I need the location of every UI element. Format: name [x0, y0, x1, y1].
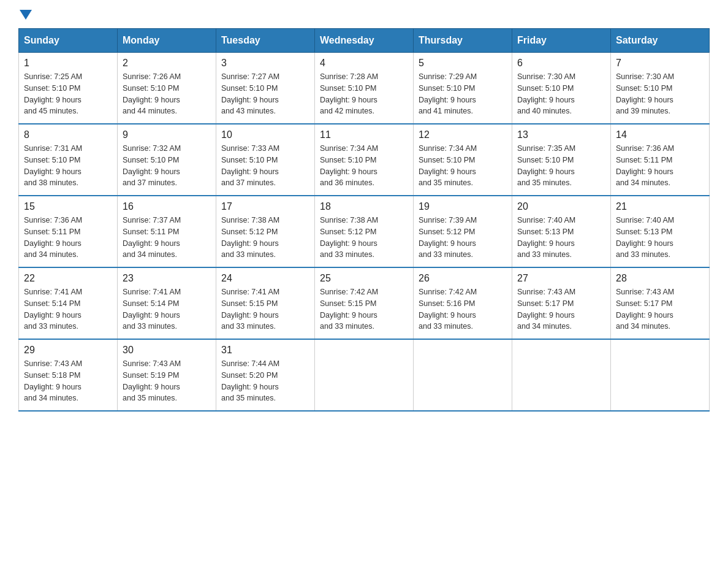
day-info: Sunrise: 7:43 AMSunset: 5:17 PMDaylight:…: [517, 286, 605, 332]
day-number: 3: [221, 58, 309, 69]
day-info: Sunrise: 7:27 AMSunset: 5:10 PMDaylight:…: [221, 71, 309, 117]
day-info: Sunrise: 7:41 AMSunset: 5:14 PMDaylight:…: [24, 286, 112, 332]
calendar-day-cell: 6Sunrise: 7:30 AMSunset: 5:10 PMDaylight…: [512, 53, 611, 124]
day-info: Sunrise: 7:38 AMSunset: 5:12 PMDaylight:…: [221, 215, 309, 261]
day-number: 4: [320, 58, 408, 69]
calendar-day-cell: 21Sunrise: 7:40 AMSunset: 5:13 PMDayligh…: [611, 196, 710, 267]
day-number: 15: [24, 201, 112, 212]
logo-arrow-icon: [20, 10, 32, 20]
calendar-day-cell: 19Sunrise: 7:39 AMSunset: 5:12 PMDayligh…: [414, 196, 512, 267]
calendar-day-cell: 18Sunrise: 7:38 AMSunset: 5:12 PMDayligh…: [315, 196, 414, 267]
day-number: 18: [320, 201, 408, 212]
day-number: 5: [419, 58, 507, 69]
day-number: 17: [221, 201, 309, 212]
calendar-day-cell: [414, 339, 512, 411]
day-info: Sunrise: 7:31 AMSunset: 5:10 PMDaylight:…: [24, 143, 112, 189]
calendar-day-cell: 7Sunrise: 7:30 AMSunset: 5:10 PMDaylight…: [611, 53, 710, 124]
day-number: 28: [616, 273, 704, 284]
day-info: Sunrise: 7:35 AMSunset: 5:10 PMDaylight:…: [517, 143, 605, 189]
header-monday: Monday: [118, 29, 216, 53]
calendar-day-cell: 3Sunrise: 7:27 AMSunset: 5:10 PMDaylight…: [216, 53, 315, 124]
day-info: Sunrise: 7:26 AMSunset: 5:10 PMDaylight:…: [123, 71, 211, 117]
day-info: Sunrise: 7:32 AMSunset: 5:10 PMDaylight:…: [123, 143, 211, 189]
day-info: Sunrise: 7:44 AMSunset: 5:20 PMDaylight:…: [221, 358, 309, 404]
day-number: 29: [24, 345, 112, 356]
day-info: Sunrise: 7:40 AMSunset: 5:13 PMDaylight:…: [616, 215, 704, 261]
calendar-day-cell: 14Sunrise: 7:36 AMSunset: 5:11 PMDayligh…: [611, 124, 710, 196]
calendar-day-cell: 27Sunrise: 7:43 AMSunset: 5:17 PMDayligh…: [512, 267, 611, 339]
day-info: Sunrise: 7:42 AMSunset: 5:16 PMDaylight:…: [419, 286, 507, 332]
calendar-day-cell: 22Sunrise: 7:41 AMSunset: 5:14 PMDayligh…: [19, 267, 118, 339]
day-number: 22: [24, 273, 112, 284]
day-info: Sunrise: 7:38 AMSunset: 5:12 PMDaylight:…: [320, 215, 408, 261]
calendar-day-cell: 29Sunrise: 7:43 AMSunset: 5:18 PMDayligh…: [19, 339, 118, 411]
calendar-day-cell: [512, 339, 611, 411]
header-wednesday: Wednesday: [315, 29, 414, 53]
day-info: Sunrise: 7:43 AMSunset: 5:17 PMDaylight:…: [616, 286, 704, 332]
calendar-day-cell: 16Sunrise: 7:37 AMSunset: 5:11 PMDayligh…: [118, 196, 216, 267]
day-number: 26: [419, 273, 507, 284]
day-number: 2: [123, 58, 211, 69]
day-number: 6: [517, 58, 605, 69]
calendar-day-cell: 9Sunrise: 7:32 AMSunset: 5:10 PMDaylight…: [118, 124, 216, 196]
day-number: 12: [419, 129, 507, 140]
header-saturday: Saturday: [611, 29, 710, 53]
day-number: 13: [517, 129, 605, 140]
day-number: 16: [123, 201, 211, 212]
day-info: Sunrise: 7:36 AMSunset: 5:11 PMDaylight:…: [616, 143, 704, 189]
day-info: Sunrise: 7:43 AMSunset: 5:18 PMDaylight:…: [24, 358, 112, 404]
logo: [18, 12, 32, 22]
calendar-day-cell: 26Sunrise: 7:42 AMSunset: 5:16 PMDayligh…: [414, 267, 512, 339]
day-number: 14: [616, 129, 704, 140]
day-number: 9: [123, 129, 211, 140]
calendar-day-cell: 20Sunrise: 7:40 AMSunset: 5:13 PMDayligh…: [512, 196, 611, 267]
day-number: 7: [616, 58, 704, 69]
calendar-day-cell: 8Sunrise: 7:31 AMSunset: 5:10 PMDaylight…: [19, 124, 118, 196]
calendar-table: SundayMondayTuesdayWednesdayThursdayFrid…: [18, 28, 710, 412]
calendar-day-cell: [315, 339, 414, 411]
day-info: Sunrise: 7:30 AMSunset: 5:10 PMDaylight:…: [616, 71, 704, 117]
calendar-day-cell: 28Sunrise: 7:43 AMSunset: 5:17 PMDayligh…: [611, 267, 710, 339]
calendar-day-cell: 13Sunrise: 7:35 AMSunset: 5:10 PMDayligh…: [512, 124, 611, 196]
day-number: 11: [320, 129, 408, 140]
day-info: Sunrise: 7:41 AMSunset: 5:15 PMDaylight:…: [221, 286, 309, 332]
day-info: Sunrise: 7:28 AMSunset: 5:10 PMDaylight:…: [320, 71, 408, 117]
day-number: 30: [123, 345, 211, 356]
calendar-day-cell: 12Sunrise: 7:34 AMSunset: 5:10 PMDayligh…: [414, 124, 512, 196]
calendar-week-3: 15Sunrise: 7:36 AMSunset: 5:11 PMDayligh…: [19, 196, 710, 267]
day-info: Sunrise: 7:40 AMSunset: 5:13 PMDaylight:…: [517, 215, 605, 261]
day-info: Sunrise: 7:39 AMSunset: 5:12 PMDaylight:…: [419, 215, 507, 261]
header-friday: Friday: [512, 29, 611, 53]
day-info: Sunrise: 7:33 AMSunset: 5:10 PMDaylight:…: [221, 143, 309, 189]
day-info: Sunrise: 7:25 AMSunset: 5:10 PMDaylight:…: [24, 71, 112, 117]
header-tuesday: Tuesday: [216, 29, 315, 53]
day-number: 23: [123, 273, 211, 284]
day-info: Sunrise: 7:30 AMSunset: 5:10 PMDaylight:…: [517, 71, 605, 117]
calendar-week-5: 29Sunrise: 7:43 AMSunset: 5:18 PMDayligh…: [19, 339, 710, 411]
calendar-day-cell: 30Sunrise: 7:43 AMSunset: 5:19 PMDayligh…: [118, 339, 216, 411]
calendar-week-2: 8Sunrise: 7:31 AMSunset: 5:10 PMDaylight…: [19, 124, 710, 196]
day-info: Sunrise: 7:43 AMSunset: 5:19 PMDaylight:…: [123, 358, 211, 404]
header-thursday: Thursday: [414, 29, 512, 53]
calendar-day-cell: 15Sunrise: 7:36 AMSunset: 5:11 PMDayligh…: [19, 196, 118, 267]
calendar-day-cell: 1Sunrise: 7:25 AMSunset: 5:10 PMDaylight…: [19, 53, 118, 124]
day-info: Sunrise: 7:34 AMSunset: 5:10 PMDaylight:…: [419, 143, 507, 189]
calendar-day-cell: 25Sunrise: 7:42 AMSunset: 5:15 PMDayligh…: [315, 267, 414, 339]
calendar-day-cell: 5Sunrise: 7:29 AMSunset: 5:10 PMDaylight…: [414, 53, 512, 124]
calendar-day-cell: 11Sunrise: 7:34 AMSunset: 5:10 PMDayligh…: [315, 124, 414, 196]
calendar-day-cell: 4Sunrise: 7:28 AMSunset: 5:10 PMDaylight…: [315, 53, 414, 124]
calendar-day-cell: [611, 339, 710, 411]
day-number: 1: [24, 58, 112, 69]
calendar-day-cell: 23Sunrise: 7:41 AMSunset: 5:14 PMDayligh…: [118, 267, 216, 339]
day-number: 31: [221, 345, 309, 356]
day-info: Sunrise: 7:29 AMSunset: 5:10 PMDaylight:…: [419, 71, 507, 117]
calendar-week-1: 1Sunrise: 7:25 AMSunset: 5:10 PMDaylight…: [19, 53, 710, 124]
calendar-week-4: 22Sunrise: 7:41 AMSunset: 5:14 PMDayligh…: [19, 267, 710, 339]
day-number: 10: [221, 129, 309, 140]
calendar-day-cell: 10Sunrise: 7:33 AMSunset: 5:10 PMDayligh…: [216, 124, 315, 196]
day-number: 24: [221, 273, 309, 284]
calendar-day-cell: 31Sunrise: 7:44 AMSunset: 5:20 PMDayligh…: [216, 339, 315, 411]
day-info: Sunrise: 7:34 AMSunset: 5:10 PMDaylight:…: [320, 143, 408, 189]
calendar-day-cell: 2Sunrise: 7:26 AMSunset: 5:10 PMDaylight…: [118, 53, 216, 124]
day-info: Sunrise: 7:37 AMSunset: 5:11 PMDaylight:…: [123, 215, 211, 261]
